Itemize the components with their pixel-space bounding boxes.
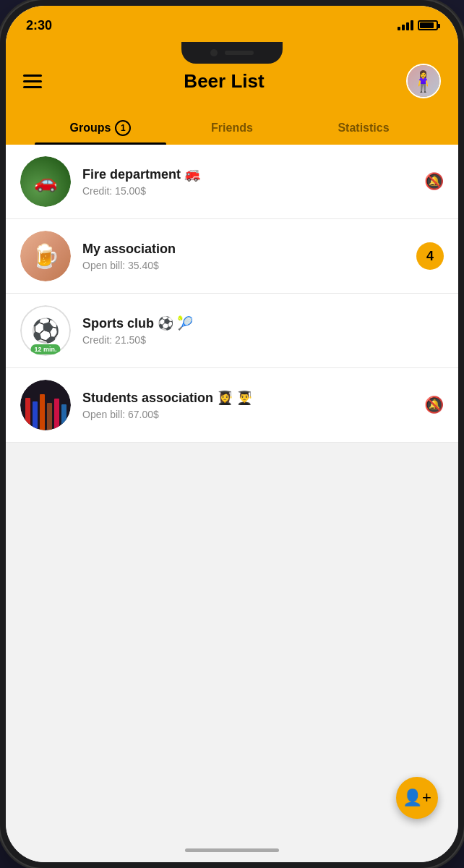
group-name: My association [82, 242, 405, 257]
group-status: Open bill: 67.00$ [82, 409, 413, 420]
group-action-my-assoc[interactable]: 4 [416, 242, 444, 270]
group-avatar-sports-club: ⚽ 12 min. [20, 305, 71, 356]
tab-statistics-label: Statistics [338, 122, 389, 135]
home-indicator [185, 848, 279, 852]
car-icon: 🚗 [34, 171, 57, 193]
group-name: Fire department 🚒 [82, 166, 413, 182]
list-item[interactable]: ⚽ 12 min. Sports club ⚽ 🎾 Credit: 21.50$ [6, 294, 458, 368]
group-info-my-assoc: My association Open bill: 35.40$ [82, 242, 405, 271]
speaker-notch [225, 51, 254, 55]
bell-muted-icon: 🔕 [424, 172, 444, 190]
status-bar: 2:30 [6, 6, 458, 42]
camera-notch [210, 49, 218, 56]
tab-groups-badge: 1 [115, 120, 131, 136]
group-info-sports-club: Sports club ⚽ 🎾 Credit: 21.50$ [82, 315, 432, 346]
user-avatar[interactable]: 🧍‍♀️ [406, 64, 441, 98]
group-name: Sports club ⚽ 🎾 [82, 315, 432, 331]
tab-groups-label: Groups [70, 122, 111, 135]
bell-muted-icon: 🔕 [424, 396, 444, 414]
group-avatar-fire-dept: 🚗 [20, 156, 71, 207]
notch [181, 42, 283, 64]
group-status: Credit: 21.50$ [82, 334, 432, 346]
soccer-ball-icon: ⚽ [31, 317, 60, 344]
group-action-fire-dept[interactable]: 🔕 [424, 172, 444, 191]
header-top: Beer List 🧍‍♀️ [23, 64, 441, 98]
battery-icon [418, 20, 438, 30]
notification-badge: 4 [416, 242, 444, 270]
list-item[interactable]: Students association 👩‍🎓 👨‍🎓 Open bill: … [6, 368, 458, 443]
list-item[interactable]: 🍺 My association Open bill: 35.40$ 4 [6, 219, 458, 294]
phone-frame: 2:30 Beer List [0, 0, 464, 868]
group-status: Open bill: 35.40$ [82, 260, 405, 271]
groups-list: 🚗 Fire department 🚒 Credit: 15.00$ 🔕 [6, 145, 458, 862]
group-status: Credit: 15.00$ [82, 185, 413, 197]
group-avatar-students-assoc [20, 380, 71, 430]
add-person-icon: 👤+ [403, 788, 431, 807]
group-info-fire-dept: Fire department 🚒 Credit: 15.00$ [82, 166, 413, 197]
group-info-students-assoc: Students association 👩‍🎓 👨‍🎓 Open bill: … [82, 390, 413, 420]
tab-groups[interactable]: Groups 1 [35, 111, 166, 145]
status-time: 2:30 [26, 18, 52, 33]
tab-friends[interactable]: Friends [166, 111, 298, 145]
timer-badge: 12 min. [30, 344, 60, 354]
list-item[interactable]: 🚗 Fire department 🚒 Credit: 15.00$ 🔕 [6, 145, 458, 219]
app-title: Beer List [184, 70, 264, 93]
tab-statistics[interactable]: Statistics [298, 111, 429, 145]
add-group-fab[interactable]: 👤+ [396, 777, 438, 819]
wifi-icon [398, 20, 413, 30]
group-avatar-my-assoc: 🍺 [20, 231, 71, 281]
phone-screen: 2:30 Beer List [6, 6, 458, 862]
group-name: Students association 👩‍🎓 👨‍🎓 [82, 390, 413, 406]
hamburger-menu[interactable] [23, 75, 42, 88]
list-container: 🚗 Fire department 🚒 Credit: 15.00$ 🔕 [6, 145, 458, 443]
status-icons [398, 20, 438, 30]
group-action-students-assoc[interactable]: 🔕 [424, 396, 444, 414]
tab-bar: Groups 1 Friends Statistics [23, 111, 441, 145]
tab-friends-label: Friends [211, 122, 253, 135]
